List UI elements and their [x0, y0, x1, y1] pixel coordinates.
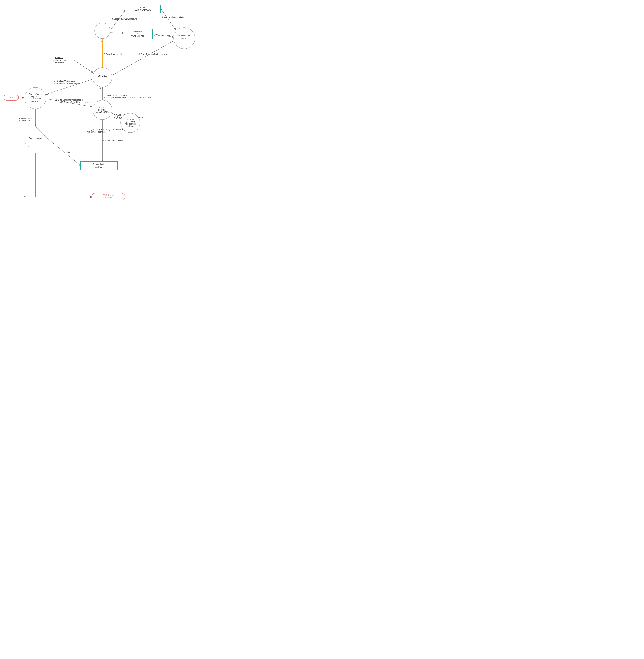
label-yes: Yes: [67, 151, 70, 153]
flow-diagram: 1. Goto Enabler for registration to depo…: [0, 0, 205, 210]
pot-label: POT: [100, 29, 105, 32]
edge-watcher-dapp: [112, 41, 174, 75]
our-dapp-label-1: Our Dapp: [97, 74, 107, 77]
label-5b: the details & OTP: [19, 120, 33, 122]
farmers-label-2: only fiat, no: [30, 95, 40, 97]
farmers-label-4: blockchain): [31, 100, 40, 102]
enabler-label-2: (identified: [98, 109, 106, 111]
label-4: 4. Sends OTP & message: [54, 80, 76, 82]
enabler-label-3: using BLOOM): [96, 111, 109, 113]
portis-label-2: generating: [126, 121, 135, 123]
label-3: 3. Enabler will send request: [104, 94, 127, 96]
label-5: 5. farmer checks: [19, 117, 32, 119]
label-10: 10. Stake Tokens & Do Assessments: [138, 53, 168, 55]
watcher-label-1: Watcher ( as: [179, 35, 190, 37]
mooniswap-label-2: to: [137, 33, 139, 35]
label-3b: to our Dapp from new address, mobile num…: [104, 97, 151, 99]
label-4b: to farmers with amount details: [54, 83, 79, 85]
label-9-swap: 9. SWAP ETH with Token: [155, 35, 176, 37]
label-1b: deposit X Rupees & provide mobile number: [56, 101, 92, 103]
correct-amount-label-1: Correct Amount: [29, 137, 42, 139]
portis-label-3: new address: [125, 123, 136, 125]
mooniswap-label-1: Mooniswap: [133, 30, 143, 32]
mooniswap-label-3: SWAP with ETH: [131, 35, 144, 37]
deposit-compound-label-1: Deposit to: [138, 6, 147, 8]
watcher-label-2: usual ): [181, 37, 187, 40]
start-label: Start: [9, 96, 14, 99]
label-7b: from farmer's address: [87, 131, 105, 133]
proceed-label-2: registration: [94, 166, 104, 168]
label-9-burrow: 9. Burrow Tokens to Stake: [162, 16, 184, 18]
edge-pot-mooniswap: [110, 32, 124, 33]
label-8-deposit: 8. Deposit for Interest: [104, 53, 122, 55]
label-6: 6. Gives OTP to Enabler: [103, 140, 123, 142]
farmers-label-3: computer, no: [30, 98, 41, 100]
edge-compound-watcher: [161, 9, 176, 30]
chainlink-label-1: Chainlink: [55, 56, 63, 59]
edge-pot-compound: [110, 9, 126, 31]
chainlink-label-3: Generation: [54, 62, 64, 64]
deposit-compound-label-2: COMPOUND/AAVE: [135, 9, 151, 11]
our-dapp-node: [93, 68, 112, 87]
enabler-label-1: Enabler: [99, 107, 106, 109]
portis-label-4: and login: [127, 125, 134, 127]
chainlink-label-2: Random Number: [52, 59, 66, 61]
label-1: 1. Goto Enabler for registration to: [56, 99, 84, 101]
farmers-label-1: Farmers (having: [29, 93, 42, 95]
proceed-label-1: Proceed with: [93, 163, 105, 165]
edge-chainlink-dapp: [74, 61, 93, 73]
label-8-aave: 8. Deposit to AAVE/Compound: [112, 18, 137, 20]
diagram-container: 1. Goto Enabler for registration to depo…: [0, 0, 205, 210]
portis-label-1: Portis for: [127, 118, 134, 120]
label-no: NO: [24, 196, 27, 198]
correct-amount-node: [22, 126, 49, 153]
end-label-1: END & wont: [103, 194, 114, 196]
end-label-2: proceed: [105, 197, 112, 199]
edge-correct-proceed: [49, 140, 82, 166]
